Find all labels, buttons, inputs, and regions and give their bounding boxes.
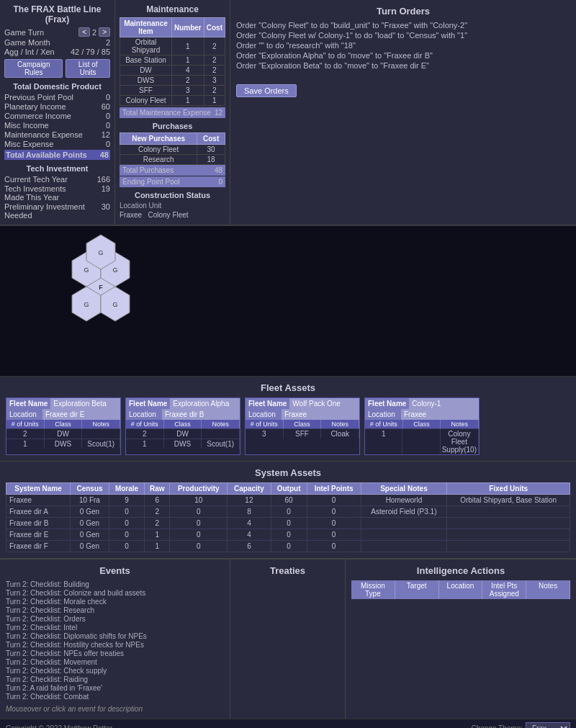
purchase-col-item: New Purchases	[120, 133, 197, 145]
maint-cost: 3	[204, 76, 225, 86]
ending-point-row: Ending Point Pool 0	[120, 176, 225, 187]
maint-number: 1	[171, 96, 204, 106]
turn-next-btn[interactable]: >	[99, 27, 110, 37]
planetary-income-row: Planetary Income 60	[4, 102, 110, 111]
prev-point-pool-row: Previous Point Pool 0	[4, 93, 110, 102]
table-row: Fraxee dir F 0 Gen 0 1 0 6 0 0	[6, 541, 570, 552]
event-line[interactable]: Turn 2: Checklist: Diplomatic shifts for…	[6, 632, 224, 640]
order-line-1: Order "Colony Fleet" to do "build_unit" …	[236, 21, 570, 30]
fleet-location-header: Location Fraxee dir E	[6, 409, 120, 420]
game-month-value: 2	[106, 38, 110, 47]
sys-fixed	[447, 541, 570, 552]
misc-expense-value: 0	[106, 140, 110, 148]
event-line[interactable]: Turn 2: Checklist: Morale check	[6, 598, 224, 606]
event-line[interactable]: Turn 2: A raid failed in 'Fraxee'	[6, 684, 224, 692]
fleet-col-notes: Notes	[82, 420, 120, 428]
event-line[interactable]: Turn 2: Checklist: Colonize and build as…	[6, 589, 224, 597]
table-row: Research 18	[120, 155, 225, 165]
save-orders-btn[interactable]: Save Orders	[236, 84, 297, 97]
maintenance-expense-row: Maintenance Expense 12	[4, 130, 110, 139]
total-maintenance-row: Total Maintenance Expense 12	[120, 107, 225, 118]
event-line[interactable]: Turn 2: Checklist: Raiding	[6, 675, 224, 683]
sys-capacity: 12	[228, 495, 271, 506]
table-row: Colony Fleet 1 1	[120, 96, 225, 106]
fleet-name-label: Fleet Name	[6, 398, 50, 409]
events-panel: Events Turn 2: Checklist: Building Turn …	[0, 560, 230, 719]
fleet-col-class: Class	[45, 420, 83, 428]
fleet-header: Fleet Name Exploration Beta	[6, 398, 120, 409]
system-assets-section: System Assets System Name Census Morale …	[0, 462, 576, 559]
fleet-location-label: Location	[126, 409, 162, 420]
treaties-panel: Treaties	[230, 560, 346, 719]
sys-col-fixed: Fixed Units	[447, 483, 570, 495]
ending-point-value: 0	[218, 178, 222, 186]
fleet-col-notes: Notes	[202, 420, 240, 428]
purchase-item: Research	[120, 155, 197, 165]
total-maint-value: 12	[215, 109, 222, 117]
hex-map: F G G G G G	[43, 233, 158, 363]
event-line[interactable]: Turn 2: Checklist: NPEs offer treaties	[6, 650, 224, 657]
maint-col-item: Maintenance Item	[120, 18, 172, 37]
sys-col-productivity: Productivity	[170, 483, 228, 495]
current-tech-year-value: 166	[97, 175, 110, 184]
turn-prev-btn[interactable]: <	[78, 27, 90, 37]
maint-cost: 1	[204, 96, 225, 106]
fleet-row: 1 DWS Scout(1)	[126, 439, 240, 449]
maintenance-title: Maintenance	[120, 4, 225, 14]
event-line[interactable]: Turn 2: Checklist: Check supply	[6, 667, 224, 675]
fleet-header: Fleet Name Colony-1	[365, 398, 479, 409]
construction-title: Construction Status	[120, 191, 225, 199]
sys-output: 0	[271, 541, 307, 552]
event-line[interactable]: Turn 2: Checklist: Research	[6, 606, 224, 614]
fleet-col-headers: # of Units Class Notes	[6, 420, 120, 428]
event-line[interactable]: Turn 2: Checklist: Orders	[6, 615, 224, 623]
fleet-assets-section: Fleet Assets Fleet Name Exploration Beta…	[0, 377, 576, 462]
table-row: Fraxee dir B 0 Gen 0 2 0 4 0 0	[6, 518, 570, 529]
event-line[interactable]: Turn 2: Checklist: Movement	[6, 658, 224, 666]
sys-special: Homeworld	[361, 495, 447, 506]
top-section: The FRAX Battle Line (Frax) Game Turn < …	[0, 0, 576, 225]
fleet-name-value: Wolf Pack One	[289, 398, 359, 409]
sys-raw: 6	[145, 495, 170, 506]
sys-name: Fraxee dir E	[6, 529, 71, 541]
event-line[interactable]: Turn 2: Checklist: Intel	[6, 624, 224, 632]
intel-col-mission: Mission Type	[351, 580, 395, 599]
table-row: DWS 2 3	[120, 76, 225, 86]
map-section: F G G G G G	[0, 225, 576, 377]
event-line[interactable]: Turn 2: Checklist: Hostility checks for …	[6, 641, 224, 649]
maint-cost: 2	[204, 66, 225, 76]
maint-col-cost: Cost	[204, 18, 225, 37]
fleet-class: DWS	[164, 439, 202, 449]
fleet-grid: Fleet Name Exploration Beta Location Fra…	[6, 397, 570, 455]
sys-fixed	[447, 529, 570, 541]
event-line[interactable]: Turn 2: Checklist: Combat	[6, 693, 224, 701]
list-of-units-btn[interactable]: List of Units	[66, 59, 110, 78]
fleet-class	[402, 429, 440, 454]
theme-section: Change Theme: Frax Default Dark	[471, 722, 570, 728]
sys-morale: 0	[109, 506, 144, 518]
fleet-class: DWS	[45, 439, 83, 449]
purchase-cost: 18	[197, 155, 225, 165]
sys-productivity: 0	[170, 541, 228, 552]
construction-unit: Colony Fleet	[148, 211, 188, 219]
fleet-col-units: # of Units	[6, 420, 45, 428]
event-line[interactable]: Turn 2: Checklist: Building	[6, 580, 224, 588]
fleet-units: 1	[365, 429, 402, 454]
sys-morale: 0	[109, 529, 144, 541]
tech-investments-value: 19	[102, 184, 110, 202]
sys-special	[361, 529, 447, 541]
sys-col-morale: Morale	[109, 483, 144, 495]
maint-cost: 2	[204, 86, 225, 96]
agg-label: Agg / Int / Xen	[4, 48, 55, 56]
campaign-rules-btn[interactable]: Campaign Rules	[4, 59, 63, 78]
prelim-investment-value: 30	[102, 202, 110, 220]
fleet-row: 1 DWS Scout(1)	[6, 439, 120, 449]
theme-select[interactable]: Frax Default Dark	[526, 722, 570, 728]
fleet-col-units: # of Units	[126, 420, 164, 428]
maint-item: Colony Fleet	[120, 96, 172, 106]
sys-col-special: Special Notes	[361, 483, 447, 495]
table-row: Colony Fleet 30	[120, 145, 225, 155]
purchases-title: Purchases	[120, 122, 225, 130]
total-purchases-label: Total Purchases	[122, 166, 174, 174]
fleet-card-exploration-alpha: Fleet Name Exploration Alpha Location Fr…	[125, 397, 240, 455]
